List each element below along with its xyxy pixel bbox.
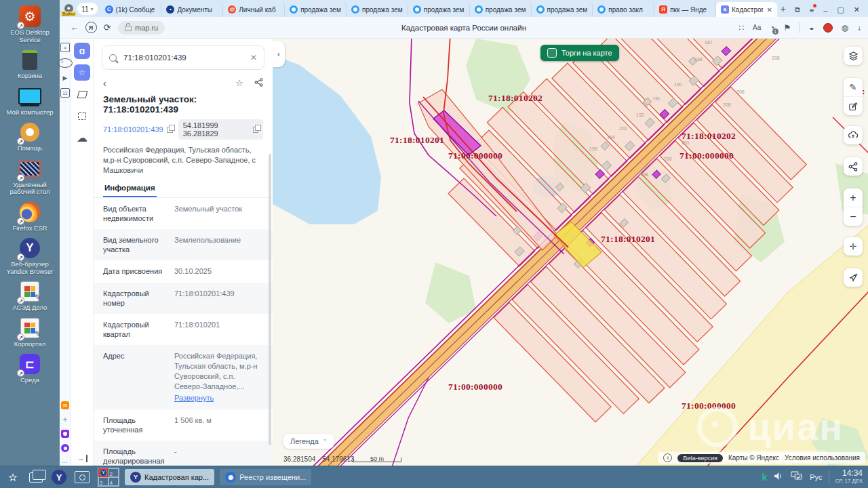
- notes-icon[interactable]: ≡: [60, 43, 70, 52]
- search-input[interactable]: [122, 53, 245, 62]
- zoom-out-button[interactable]: −: [844, 207, 863, 226]
- history-icon[interactable]: [58, 58, 73, 68]
- cloud-tool[interactable]: ☁: [74, 129, 90, 146]
- checkbox-icon[interactable]: [547, 48, 557, 58]
- info-icon[interactable]: i: [663, 453, 672, 462]
- browser-profile-button[interactable]: ● Войти: [61, 4, 76, 16]
- map-container[interactable]: 187 168 208 190 206 191 208 192 202 194 …: [273, 39, 868, 466]
- add-icon[interactable]: +: [61, 415, 69, 424]
- cadastral-number-chip[interactable]: 71:18:010201:439: [103, 125, 173, 134]
- network-displays-icon[interactable]: [791, 471, 803, 483]
- tab-cadastral-active[interactable]: aКадастров✕: [716, 2, 777, 17]
- desktop-icon-firefox[interactable]: ↗ Firefox ESR: [0, 201, 60, 232]
- tab-counter[interactable]: 11 ▾: [77, 3, 97, 15]
- panels-icon[interactable]: ⧉: [795, 5, 800, 14]
- downloads-icon[interactable]: ↓: [857, 23, 861, 33]
- desktop-icon-my-computer[interactable]: Мой компьютер: [0, 85, 60, 117]
- task-registry[interactable]: ◉ Реестр извещени...: [220, 469, 311, 485]
- alice-icon[interactable]: [61, 444, 69, 452]
- workspace-1[interactable]: Y: [98, 468, 108, 477]
- incognito-icon[interactable]: ◒: [809, 23, 814, 33]
- trades-on-map-button[interactable]: Торги на карте: [540, 45, 619, 61]
- tab-prodazha-2[interactable]: продажа зем: [347, 2, 408, 17]
- maximize-button[interactable]: ▢: [837, 5, 844, 14]
- tab-pkk-yandex[interactable]: Япкк — Янде: [654, 2, 716, 17]
- cadastral-search[interactable]: ✕: [102, 45, 264, 70]
- back-button[interactable]: ←: [66, 20, 83, 36]
- new-tab-button[interactable]: +: [777, 2, 789, 16]
- collapse-sidebar-button[interactable]: ‹: [273, 41, 285, 67]
- favorites-tool-button[interactable]: ☆: [74, 64, 90, 81]
- browser-menu-icon[interactable]: ≡: [810, 6, 814, 14]
- clear-search-icon[interactable]: ✕: [250, 53, 257, 62]
- tab-pravo[interactable]: право закл: [593, 2, 654, 17]
- yandex-home-icon[interactable]: Я: [83, 20, 99, 36]
- bookmark-icon[interactable]: ⚑: [784, 23, 791, 33]
- translate-icon[interactable]: Aa: [753, 24, 761, 31]
- mail-icon[interactable]: ✉: [61, 401, 69, 409]
- address-bar[interactable]: map.ru: [118, 21, 165, 35]
- notifications-icon[interactable]: ◔1: [770, 23, 774, 33]
- copy-icon[interactable]: [253, 127, 258, 133]
- polygon-select-tool[interactable]: [74, 86, 90, 102]
- clock[interactable]: 14:34 СР, 17 ДЕК: [829, 470, 863, 485]
- extensions-icon[interactable]: ∷: [738, 23, 744, 33]
- tab-prodazha-1[interactable]: продажа зем: [285, 2, 347, 17]
- task-cadastral-map[interactable]: Y Кадастровая кар...: [125, 469, 214, 485]
- layers-icon[interactable]: [844, 47, 863, 65]
- coordinates-chip[interactable]: 54.181999 36.281829: [178, 119, 263, 140]
- more-icon[interactable]: ⋯: [61, 458, 69, 466]
- tab-information[interactable]: Информация: [103, 181, 157, 197]
- tab-messages[interactable]: C(1k) Сообще: [100, 2, 162, 17]
- cloud-upload-icon[interactable]: [844, 126, 863, 144]
- tab-close-icon[interactable]: ✕: [766, 6, 772, 14]
- minimize-button[interactable]: –: [823, 6, 827, 14]
- pan-icon[interactable]: ✛: [844, 237, 863, 256]
- desktop-icon-eos[interactable]: ⚙↗ EOS Desktop Service: [0, 5, 60, 43]
- expand-link[interactable]: Развернуть: [174, 393, 263, 403]
- play-icon[interactable]: ▶: [61, 74, 69, 82]
- workspace-4[interactable]: 4: [108, 477, 119, 486]
- workspace-2[interactable]: 2: [108, 468, 119, 477]
- taskbar-folder-icon[interactable]: [72, 468, 92, 486]
- tab-documents[interactable]: •Документы: [161, 2, 223, 17]
- tab-prodazha-5[interactable]: продажа зем: [532, 2, 593, 17]
- back-chevron[interactable]: ‹: [103, 78, 106, 89]
- camera-icon[interactable]: [61, 430, 69, 438]
- area-select-tool[interactable]: [74, 108, 90, 124]
- collapse-panel-icon[interactable]: →: [77, 455, 87, 462]
- taskbar-yandex-icon[interactable]: Y: [49, 468, 69, 486]
- workspace-switcher[interactable]: Y 2 3 4: [98, 468, 119, 487]
- tab-prodazha-4[interactable]: продажа зем: [470, 2, 532, 17]
- desktop-icon-korportal[interactable]: ✎↗ Корпортал: [0, 317, 60, 348]
- site-logo[interactable]: ɑ: [74, 43, 90, 59]
- favorite-star-icon[interactable]: ☆: [235, 78, 243, 89]
- panel-scrollbar[interactable]: [269, 154, 271, 445]
- desktop-icon-help[interactable]: ↗ Помощь: [0, 121, 60, 152]
- tab-prodazha-3[interactable]: продажа зем: [408, 2, 470, 17]
- desktop-icon-yandex-browser[interactable]: Y↗ Веб-браузер Yandex Browser: [0, 237, 60, 275]
- my-location-icon[interactable]: [844, 268, 863, 287]
- cadastral-map[interactable]: 187 168 208 190 206 191 208 192 202 194 …: [273, 39, 868, 466]
- extension-ball-icon[interactable]: [823, 23, 833, 33]
- desktop-icon-ased-delo[interactable]: ✎↗ АСЭД Дело: [0, 280, 60, 312]
- kaspersky-icon[interactable]: k: [762, 472, 767, 483]
- desktop-icon-trash[interactable]: Корзина: [0, 48, 60, 80]
- tabs-count-icon[interactable]: 11: [60, 88, 70, 98]
- share-icon[interactable]: [254, 78, 263, 89]
- close-button[interactable]: ✕: [854, 5, 860, 14]
- volume-icon[interactable]: [774, 471, 784, 483]
- start-menu-icon[interactable]: ✫: [3, 468, 23, 486]
- map-share-icon[interactable]: [844, 157, 863, 176]
- language-indicator[interactable]: Рус: [810, 473, 822, 481]
- desktop-icon-remote-desktop[interactable]: ↗ Удалённый рабочий стол: [0, 157, 60, 196]
- zoom-in-button[interactable]: +: [844, 188, 863, 207]
- draw-icon[interactable]: [844, 96, 863, 115]
- terms-link[interactable]: Условия использования: [785, 454, 860, 462]
- legend-button[interactable]: Легенда ⌃: [283, 434, 334, 449]
- window-switcher-icon[interactable]: [26, 468, 46, 486]
- desktop-icon-sreda[interactable]: ⊏↗ Среда: [0, 352, 60, 384]
- workspace-3[interactable]: 3: [98, 477, 108, 486]
- protect-icon[interactable]: ◍: [842, 23, 848, 33]
- measure-icon[interactable]: ✎: [844, 78, 863, 96]
